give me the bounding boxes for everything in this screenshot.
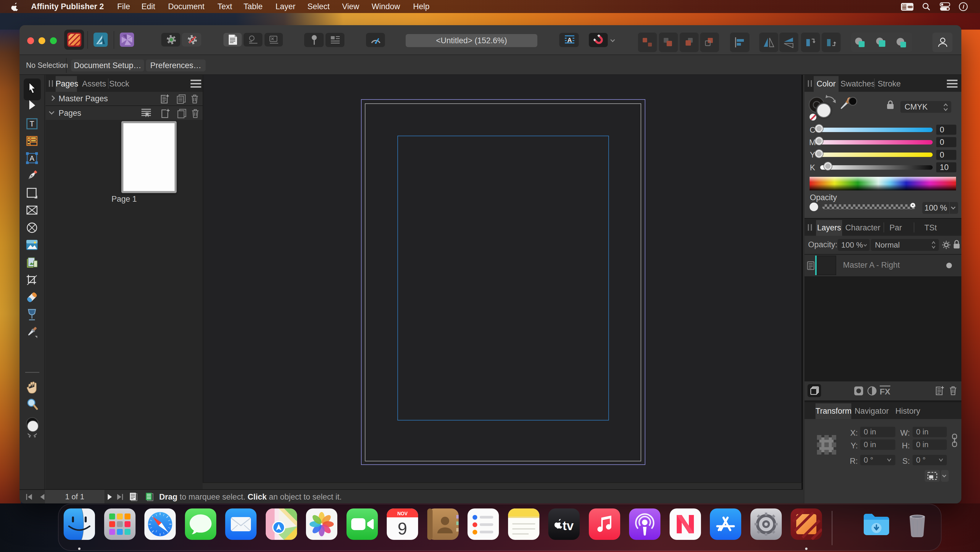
svg-text:A: A <box>30 154 34 162</box>
svg-text:9: 9 <box>398 519 407 538</box>
svg-text:tv: tv <box>563 519 574 533</box>
svg-text:T: T <box>30 119 34 128</box>
svg-text:A: A <box>567 37 572 44</box>
svg-text:NOV: NOV <box>398 511 408 516</box>
